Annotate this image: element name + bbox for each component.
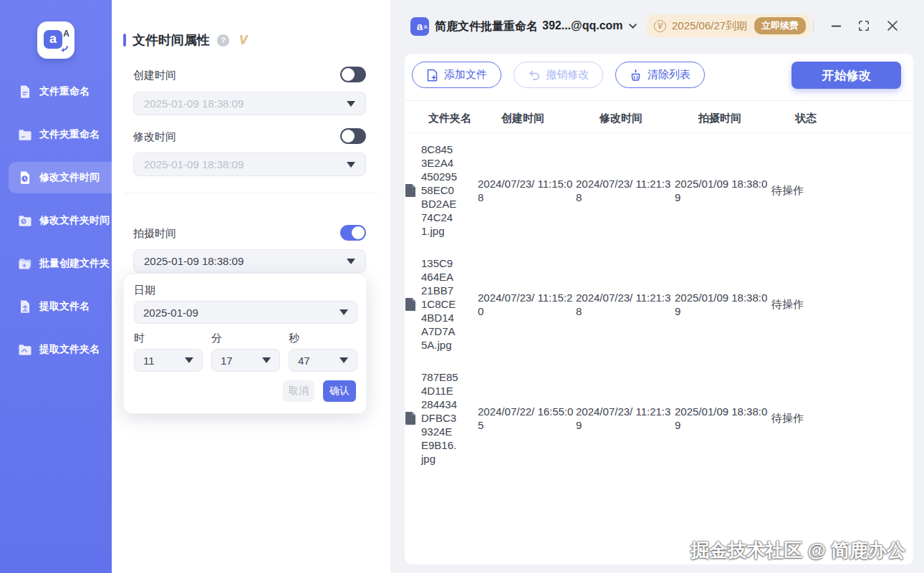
chevron-down-icon bbox=[347, 101, 355, 107]
create-time-value: 2025-01-09 18:38:09 bbox=[144, 97, 347, 110]
minute-value: 17 bbox=[221, 355, 262, 367]
add-file-icon bbox=[426, 69, 438, 82]
header-app-logo: a A bbox=[410, 17, 429, 36]
maximize-button[interactable] bbox=[857, 19, 871, 33]
status-badge: 待操作 bbox=[771, 298, 804, 310]
hour-select[interactable]: 11 bbox=[134, 349, 203, 372]
create-time-select[interactable]: 2025-01-09 18:38:09 bbox=[133, 92, 366, 115]
folder-extract-icon bbox=[18, 342, 32, 357]
sidebar-item-label: 提取文件夹名 bbox=[39, 343, 100, 356]
date-label: 日期 bbox=[134, 284, 155, 297]
minute-select[interactable]: 17 bbox=[211, 349, 280, 372]
minimize-button[interactable] bbox=[829, 19, 843, 33]
col-folder-name: 文件夹名 bbox=[428, 112, 501, 125]
add-files-button[interactable]: 添加文件 bbox=[412, 62, 501, 88]
account-menu[interactable]: 392...@qq.com bbox=[542, 19, 637, 32]
sidebar-item-extract-file-name[interactable]: 提取文件名 bbox=[9, 291, 112, 322]
sidebar-item-label: 修改文件时间 bbox=[39, 171, 100, 184]
license-badge[interactable]: V 2025/06/27到期 立即续费 bbox=[647, 14, 811, 37]
created-time: 2024/07/22/ 16:55:05 bbox=[478, 405, 573, 431]
file-name: 8C8453E2A445029558EC0BD2AE74C241.jpg bbox=[421, 143, 458, 238]
sidebar-item-file-rename[interactable]: 文件重命名 bbox=[9, 76, 112, 107]
folder-time-icon bbox=[18, 213, 32, 228]
modify-time-label: 修改时间 bbox=[133, 130, 176, 144]
col-modified-time: 修改时间 bbox=[600, 112, 698, 125]
close-icon bbox=[887, 21, 897, 31]
confirm-button[interactable]: 确认 bbox=[323, 380, 356, 402]
sidebar-item-folder-rename[interactable]: 文件夹重命名 bbox=[9, 119, 112, 150]
file-name: 787E854D11E284434DFBC39324EE9B16.jpg bbox=[421, 370, 458, 466]
undo-label: 撤销修改 bbox=[547, 68, 589, 82]
file-icon bbox=[405, 183, 416, 198]
chevron-down-icon bbox=[347, 259, 355, 264]
header-logo-letter: a bbox=[417, 20, 423, 32]
date-select[interactable]: 2025-01-09 bbox=[134, 301, 357, 324]
sidebar-item-label: 文件夹重命名 bbox=[39, 128, 100, 141]
chevron-down-icon bbox=[340, 309, 348, 315]
modify-time-toggle[interactable] bbox=[340, 128, 366, 144]
file-rename-icon bbox=[18, 85, 32, 99]
sidebar: a A 文件重命名 文件夹重命名 修改文件时间 bbox=[0, 0, 112, 573]
renew-button[interactable]: 立即续费 bbox=[754, 17, 806, 34]
table-row[interactable]: 787E854D11E284434DFBC39324EE9B16.jpg 202… bbox=[405, 361, 913, 475]
minute-label: 分 bbox=[211, 332, 222, 345]
file-icon bbox=[405, 297, 416, 312]
sidebar-item-modify-file-time[interactable]: 修改文件时间 bbox=[9, 162, 112, 193]
status-badge: 待操作 bbox=[771, 184, 804, 196]
app-logo-sub: A bbox=[63, 29, 69, 39]
main-area: a A 简鹿文件批量重命名 392...@qq.com V 2025/06/27… bbox=[390, 0, 924, 573]
shoot-time: 2025/01/09 18:38:09 bbox=[675, 405, 767, 431]
undo-button[interactable]: 撤销修改 bbox=[514, 62, 603, 88]
shoot-time-toggle[interactable] bbox=[340, 225, 366, 241]
toggle-knob bbox=[342, 130, 355, 143]
toggle-knob bbox=[352, 226, 365, 239]
clear-broom-icon bbox=[630, 69, 642, 82]
add-files-label: 添加文件 bbox=[444, 68, 487, 82]
start-modify-button[interactable]: 开始修改 bbox=[791, 62, 901, 89]
modified-time: 2024/07/23/ 11:21:38 bbox=[576, 292, 670, 317]
sidebar-item-extract-folder-name[interactable]: 提取文件夹名 bbox=[9, 334, 112, 365]
close-button[interactable] bbox=[885, 19, 900, 33]
sidebar-item-label: 批量创建文件夹 bbox=[39, 257, 110, 270]
second-select[interactable]: 47 bbox=[289, 349, 357, 372]
sidebar-item-batch-create-folder[interactable]: 批量创建文件夹 bbox=[9, 248, 112, 279]
table-row[interactable]: 135C9464EA21BB71C8CE4BD14A7D7A5A.jpg 202… bbox=[405, 247, 913, 361]
table-body: 8C8453E2A445029558EC0BD2AE74C241.jpg 202… bbox=[405, 133, 913, 475]
create-time-label: 创建时间 bbox=[133, 69, 176, 82]
watermark: 掘金技术社区 @ 简鹿办公 bbox=[690, 538, 905, 563]
file-extract-icon bbox=[18, 299, 32, 314]
modified-time: 2024/07/23/ 11:21:39 bbox=[576, 405, 670, 431]
minimize-icon bbox=[832, 25, 841, 27]
file-list-card: 添加文件 撤销修改 清除列表 开始修改 文件夹名 创建时间 修改时间 拍摄时间 … bbox=[405, 54, 913, 564]
app-logo: a A bbox=[37, 21, 74, 59]
cancel-button[interactable]: 取消 bbox=[283, 380, 314, 402]
shoot-time-label: 拍摄时间 bbox=[133, 227, 176, 241]
clear-list-button[interactable]: 清除列表 bbox=[615, 62, 705, 88]
toolbar-divider bbox=[405, 100, 913, 101]
chevron-down-icon bbox=[347, 162, 355, 168]
title-accent-bar bbox=[123, 34, 126, 47]
create-time-toggle[interactable] bbox=[340, 67, 366, 82]
table-header: 文件夹名 创建时间 修改时间 拍摄时间 状态 bbox=[405, 104, 913, 133]
datetime-picker-popup: 日期 2025-01-09 时 分 秒 11 17 47 取消 确认 bbox=[123, 274, 367, 414]
created-time: 2024/07/23/ 11:15:20 bbox=[478, 292, 572, 317]
date-value: 2025-01-09 bbox=[143, 307, 340, 319]
sidebar-item-modify-folder-time[interactable]: 修改文件夹时间 bbox=[9, 205, 112, 236]
created-time: 2024/07/23/ 11:15:08 bbox=[478, 178, 572, 203]
col-status: 状态 bbox=[795, 112, 913, 125]
expiry-text: 2025/06/27到期 bbox=[672, 19, 747, 33]
second-label: 秒 bbox=[289, 332, 299, 345]
second-value: 47 bbox=[298, 355, 340, 367]
clear-list-label: 清除列表 bbox=[648, 68, 690, 82]
chevron-down-icon bbox=[262, 357, 271, 363]
chevron-down-icon bbox=[185, 357, 193, 363]
translate-arrow-icon bbox=[60, 46, 69, 52]
table-row[interactable]: 8C8453E2A445029558EC0BD2AE74C241.jpg 202… bbox=[405, 133, 913, 247]
section-divider bbox=[123, 193, 378, 193]
help-icon[interactable]: ? bbox=[217, 34, 229, 47]
modify-time-select[interactable]: 2025-01-09 18:38:09 bbox=[133, 153, 366, 176]
hour-label: 时 bbox=[134, 332, 145, 345]
modified-time: 2024/07/23/ 11:21:38 bbox=[576, 178, 670, 203]
vip-icon: V bbox=[239, 33, 247, 47]
shoot-time-select[interactable]: 2025-01-09 18:38:09 bbox=[133, 249, 366, 273]
